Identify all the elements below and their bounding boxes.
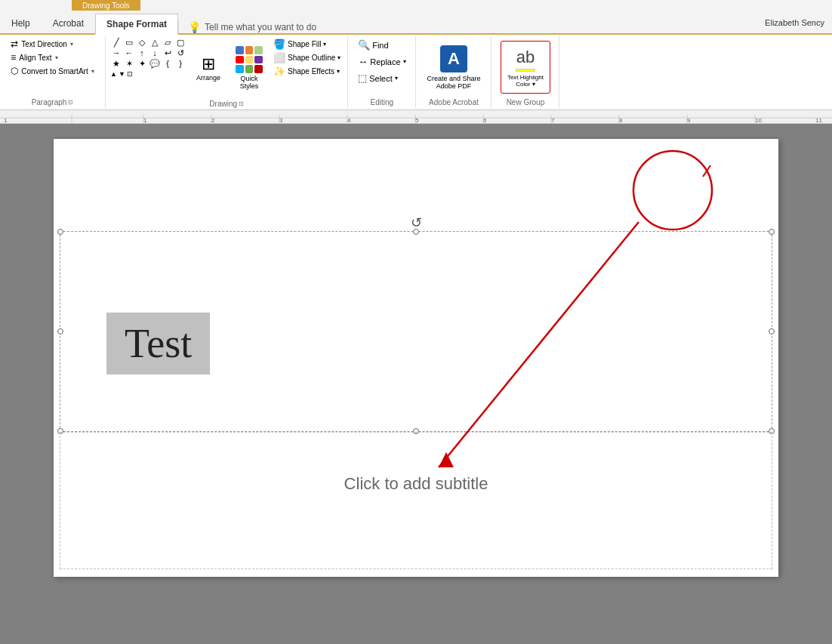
arrange-btn[interactable]: ⊞ Arrange (190, 38, 227, 98)
shape-fill-label: Shape Fill (288, 40, 321, 48)
shape-arrow-down[interactable]: ↓ (149, 48, 161, 58)
svg-text:6: 6 (483, 117, 487, 124)
shape-star6[interactable]: ✶ (123, 59, 135, 69)
ruler: 1 1 2 3 4 5 6 7 8 9 10 11 (0, 110, 832, 124)
ruler-svg: 1 1 2 3 4 5 6 7 8 9 10 11 (0, 110, 832, 124)
shape-burst[interactable]: ✦ (136, 59, 148, 69)
align-text-btn[interactable]: ≡ Align Text ▾ (8, 51, 60, 63)
handle-left[interactable] (57, 328, 63, 334)
shape-scroll-controls: ▲ ▼ ⊡ (110, 70, 186, 78)
ribbon-group-new: ab Text HighlightColor ▾ New Group (491, 36, 559, 108)
ribbon-group-adobe: A Create and ShareAdobe PDF Adobe Acroba… (416, 36, 491, 108)
user-area: Elizabeth Sency (765, 11, 824, 35)
tab-help[interactable]: Help (0, 12, 42, 33)
tab-shape-format[interactable]: Shape Format (95, 14, 178, 35)
handle-bottom[interactable] (413, 428, 419, 434)
shape-effects-label: Shape Effects (288, 67, 334, 75)
svg-text:1: 1 (4, 117, 8, 124)
handle-top-right[interactable] (769, 229, 775, 235)
tell-me-bar[interactable]: 💡 Tell me what you want to do (178, 21, 832, 33)
canvas-area[interactable]: ↺ Test Click to add subtitle (0, 124, 832, 644)
text-highlight-color-btn[interactable]: ab Text HighlightColor ▾ (501, 41, 550, 94)
svg-text:10: 10 (755, 117, 762, 124)
ribbon-group-drawing: ╱ ▭ ◇ △ ▱ ▢ → ← ↑ ↓ ↩ ↺ ★ ✶ ✦ (106, 36, 348, 108)
shape-bent-arrow[interactable]: ↩ (162, 48, 174, 58)
shape-more[interactable]: ⊡ (127, 70, 133, 78)
title-box[interactable]: Test (106, 313, 210, 374)
shape-effects-arrow: ▾ (337, 68, 340, 75)
text-direction-label: Text Direction (21, 40, 67, 48)
shape-rounded-rect[interactable]: ▢ (174, 38, 186, 48)
tab-acrobat[interactable]: Acrobat (42, 12, 95, 33)
subtitle-selection-box (60, 432, 772, 569)
handle-bottom-right[interactable] (769, 428, 775, 434)
shape-outline-btn[interactable]: ⬜ Shape Outline ▾ (271, 51, 343, 64)
arrange-label: Arrange (196, 74, 220, 82)
shape-circular[interactable]: ↺ (174, 48, 186, 58)
shape-arrow-up[interactable]: ↑ (136, 48, 148, 58)
handle-bottom-left[interactable] (57, 428, 63, 434)
replace-icon: ↔ (358, 56, 368, 67)
shape-rect[interactable]: ▭ (123, 38, 135, 48)
editing-group-label: Editing (371, 98, 394, 106)
shape-scroll-up[interactable]: ▲ (110, 70, 117, 78)
lightbulb-icon: 💡 (188, 21, 201, 33)
ribbon-group-paragraph: ⇄ Text Direction ▾ ≡ Align Text ▾ ⬡ Conv… (0, 36, 106, 108)
handle-right[interactable] (769, 328, 775, 334)
style-swatch-7 (236, 65, 244, 73)
shape-callout[interactable]: 💬 (149, 59, 161, 69)
shape-fill-icon: 🪣 (273, 39, 285, 50)
shape-outline-icon: ⬜ (273, 52, 285, 63)
text-highlight-label: Text HighlightColor ▾ (507, 74, 544, 88)
shape-parallelogram[interactable]: ▱ (162, 38, 174, 48)
shape-effects-btn[interactable]: ✨ Shape Effects ▾ (271, 65, 343, 78)
handle-top-left[interactable] (57, 229, 63, 235)
shape-scroll-down[interactable]: ▼ (119, 70, 125, 78)
style-swatch-2 (245, 46, 254, 54)
select-btn[interactable]: ⬚ Select ▾ (354, 71, 402, 85)
highlight-color-bar (516, 69, 535, 72)
svg-text:9: 9 (687, 117, 691, 124)
shape-arrow-right[interactable]: → (110, 48, 122, 58)
svg-text:5: 5 (415, 117, 419, 124)
shape-star5[interactable]: ★ (110, 59, 122, 69)
text-direction-icon: ⇄ (11, 39, 18, 49)
adobe-group-label: Adobe Acrobat (429, 98, 479, 106)
shape-brace[interactable]: } (174, 59, 186, 69)
select-label: Select (369, 74, 393, 83)
quick-styles-label: Quick Styles (233, 75, 265, 90)
shape-outline-label: Shape Outline (288, 54, 335, 62)
style-swatch-3 (254, 46, 263, 54)
replace-btn[interactable]: ↔ Replace ▾ (354, 54, 409, 69)
shape-line[interactable]: ╱ (110, 38, 122, 48)
shape-fill-arrow: ▾ (323, 41, 326, 48)
shape-outline-arrow: ▾ (337, 54, 341, 61)
convert-smartart-btn[interactable]: ⬡ Convert to SmartArt ▾ (8, 65, 96, 77)
shape-grid-area: ╱ ▭ ◇ △ ▱ ▢ → ← ↑ ↓ ↩ ↺ ★ ✶ ✦ (110, 38, 186, 78)
quick-styles-btn[interactable]: Quick Styles (230, 38, 268, 98)
text-direction-btn[interactable]: ⇄ Text Direction ▾ (8, 38, 75, 50)
style-swatch-6 (254, 56, 263, 64)
shape-triangle[interactable]: △ (149, 38, 161, 48)
align-text-label: Align Text (19, 54, 51, 62)
paragraph-expand-icon[interactable]: ⊡ (68, 99, 73, 106)
adobe-icon-box: A (440, 45, 467, 72)
shape-fill-btn[interactable]: 🪣 Shape Fill ▾ (271, 38, 343, 51)
drawing-expand-icon[interactable]: ⊡ (239, 100, 244, 107)
find-btn[interactable]: 🔍 Find (354, 38, 392, 52)
shape-diamond[interactable]: ◇ (136, 38, 148, 48)
svg-point-24 (633, 151, 712, 230)
slide: ↺ Test Click to add subtitle (54, 139, 778, 577)
drawing-tools-context-tab: Drawing Tools (72, 0, 140, 11)
context-tab-strip: Drawing Tools (0, 0, 832, 11)
rotation-handle[interactable]: ↺ (411, 214, 422, 231)
convert-smartart-label: Convert to SmartArt (21, 67, 88, 75)
text-highlight-icon: ab (516, 48, 535, 67)
subtitle-area[interactable]: Click to add subtitle (54, 474, 778, 494)
subtitle-placeholder: Click to add subtitle (344, 474, 488, 493)
shape-arrow-left[interactable]: ← (123, 48, 135, 58)
create-share-adobe-btn[interactable]: A Create and ShareAdobe PDF (421, 41, 486, 94)
shape-bracket[interactable]: { (162, 59, 174, 69)
replace-label: Replace (370, 57, 400, 66)
title-text-bg: Test (106, 313, 210, 374)
